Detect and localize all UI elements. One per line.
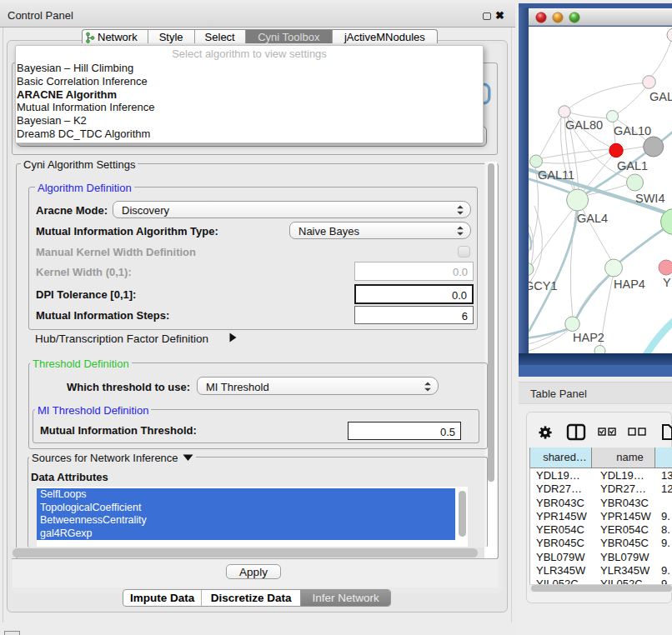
svg-text:GAL10: GAL10 — [614, 124, 651, 138]
svg-text:SWI4: SWI4 — [635, 192, 664, 205]
svg-text:Y: Y — [663, 276, 671, 289]
svg-text:GCY1: GCY1 — [529, 279, 558, 292]
svg-text:GAL7: GAL7 — [649, 90, 672, 103]
svg-text:GAL1: GAL1 — [617, 159, 648, 172]
svg-text:GAL80: GAL80 — [565, 118, 603, 132]
svg-text:GAL4: GAL4 — [577, 212, 608, 225]
svg-text:GAL11: GAL11 — [538, 168, 574, 182]
svg-text:HAP2: HAP2 — [573, 331, 604, 344]
svg-text:HAP4: HAP4 — [614, 278, 645, 291]
